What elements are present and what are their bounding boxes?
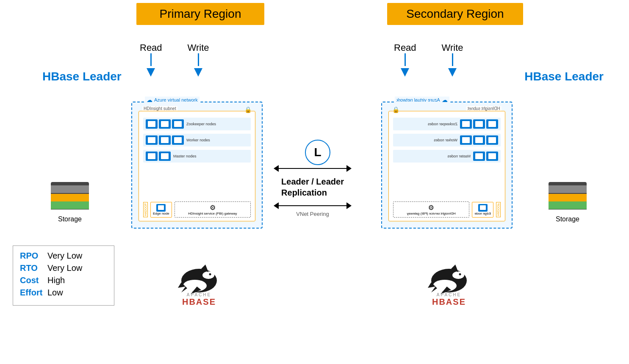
azure-vnet-right: ☁ Azure virtual network HDInsight subnet… bbox=[381, 102, 513, 229]
rto-row: RTO Very Low bbox=[20, 263, 107, 273]
gateway-label: HDInsight service (PBI) gateway bbox=[188, 212, 237, 215]
storage-body-left bbox=[51, 182, 89, 210]
gear-icon-left: ⚙ bbox=[210, 204, 216, 212]
node-box bbox=[486, 135, 498, 145]
master-row: Master nodes bbox=[143, 150, 251, 163]
metrics-box: RPO Very Low RTO Very Low Cost High Effo… bbox=[13, 245, 114, 306]
rpo-key: RPO bbox=[20, 251, 47, 261]
gear-icon-right: ⚙ bbox=[428, 204, 434, 212]
hdinsight-bottom-right: HADOOP Edge node ⚙ HDInsight service (PB… bbox=[393, 201, 501, 218]
replication-section: Leader / LeaderReplication VNet Peering bbox=[262, 165, 363, 217]
zookeeper-boxes-right bbox=[460, 119, 498, 129]
master-row-right: Master nodes bbox=[393, 150, 501, 163]
stripe-gray-left bbox=[51, 185, 89, 193]
hbase-svg-right: APACHE HBASE bbox=[419, 262, 479, 309]
worker-label-right: Worker nodes bbox=[434, 138, 457, 142]
worker-boxes-right bbox=[460, 135, 498, 145]
stripe-green-left bbox=[51, 201, 89, 209]
hbase-logo-left: APACHE HBASE bbox=[169, 262, 229, 309]
storage-visual-left bbox=[51, 182, 89, 214]
secondary-region-label: Secondary Region bbox=[387, 3, 523, 25]
worker-row: Worker nodes bbox=[143, 134, 251, 146]
hdinsight-box-right: HDInsight subnet 🔒 Zookeeper nodes bbox=[388, 111, 505, 221]
edge-node-label: Edge node bbox=[153, 212, 169, 215]
hbase-svg-left: APACHE HBASE bbox=[169, 262, 229, 309]
cost-val: High bbox=[47, 276, 65, 285]
node-box bbox=[473, 135, 485, 145]
hbase-logo-right: APACHE HBASE bbox=[419, 262, 479, 309]
arrow-left-top bbox=[274, 165, 279, 172]
zookeeper-label: Zookeeper nodes bbox=[186, 122, 216, 126]
read-label-right: Read bbox=[394, 42, 416, 77]
rep-line-bottom bbox=[279, 205, 346, 206]
hadoop-label-right: HADOOP bbox=[496, 202, 501, 217]
zookeeper-boxes bbox=[146, 119, 184, 129]
node-box bbox=[172, 119, 184, 129]
write-label-right: Write bbox=[442, 42, 463, 77]
stripe-gray-right bbox=[549, 185, 587, 193]
node-box bbox=[159, 119, 171, 129]
edge-node-box-right bbox=[478, 204, 488, 212]
svg-text:HBASE: HBASE bbox=[432, 297, 466, 306]
storage-label-left: Storage bbox=[51, 215, 89, 223]
rep-arrow-bottom bbox=[274, 202, 352, 209]
gateway-right: ⚙ HDInsight service (PBI) gateway bbox=[393, 201, 469, 218]
arrow-right-top bbox=[346, 165, 352, 172]
vnet-label-left: ☁ Azure virtual network bbox=[145, 97, 200, 103]
node-box bbox=[159, 152, 171, 161]
storage-visual-right bbox=[549, 182, 587, 214]
rpo-val: Very Low bbox=[47, 251, 82, 261]
cloud-icon-right: ☁ bbox=[442, 97, 448, 103]
node-box bbox=[146, 152, 158, 161]
rpo-row: RPO Very Low bbox=[20, 251, 107, 261]
edge-node-left: Edge node bbox=[150, 202, 172, 218]
svg-text:APACHE: APACHE bbox=[437, 292, 461, 297]
hbase-leader-right: HBase Leader bbox=[524, 70, 604, 83]
node-box bbox=[473, 119, 485, 129]
node-box bbox=[486, 119, 498, 129]
storage-label-right: Storage bbox=[549, 215, 587, 223]
zookeeper-label-right: Zookeeper nodes bbox=[428, 122, 457, 126]
read-label-left: Read bbox=[140, 42, 162, 77]
stripe-yellow-left bbox=[51, 194, 89, 201]
vnet-label-right: ☁ Azure virtual network bbox=[395, 97, 449, 103]
rep-line-top bbox=[279, 168, 346, 169]
storage-icon-right: Storage bbox=[549, 182, 587, 223]
node-box bbox=[146, 119, 158, 129]
lock-icon-left: 🔒 bbox=[244, 106, 252, 113]
svg-point-10 bbox=[452, 271, 464, 279]
rep-arrow-top bbox=[274, 165, 352, 172]
worker-label: Worker nodes bbox=[186, 138, 210, 142]
master-label: Master nodes bbox=[173, 154, 197, 158]
master-boxes bbox=[146, 152, 171, 161]
primary-region-label: Primary Region bbox=[136, 3, 264, 25]
hbase-leader-left: HBase Leader bbox=[42, 70, 122, 83]
edge-node-box bbox=[156, 204, 166, 212]
cost-row: Cost High bbox=[20, 276, 107, 285]
rto-val: Very Low bbox=[47, 263, 82, 273]
node-box bbox=[460, 119, 472, 129]
node-box bbox=[486, 152, 498, 161]
cloud-icon-left: ☁ bbox=[147, 97, 152, 103]
node-box bbox=[172, 135, 184, 145]
svg-point-1 bbox=[202, 271, 214, 279]
master-label-right: Master nodes bbox=[447, 154, 471, 158]
hdinsight-label-left: HDInsight subnet bbox=[142, 106, 177, 111]
read-write-right: Read Write bbox=[394, 42, 463, 77]
l-circle: L bbox=[305, 140, 330, 165]
node-box bbox=[460, 135, 472, 145]
azure-vnet-left: ☁ Azure virtual network HDInsight subnet… bbox=[131, 102, 263, 229]
hdinsight-bottom-left: HADOOP Edge node ⚙ HDInsight service (PB… bbox=[143, 201, 251, 218]
stripe-green-right bbox=[549, 201, 587, 209]
svg-text:APACHE: APACHE bbox=[187, 292, 211, 297]
svg-text:HBASE: HBASE bbox=[182, 297, 216, 306]
write-label-left: Write bbox=[188, 42, 209, 77]
edge-node-right: Edge node bbox=[472, 202, 493, 218]
read-write-left: Read Write bbox=[140, 42, 209, 77]
hdinsight-label-right: HDInsight subnet bbox=[466, 106, 502, 111]
cost-key: Cost bbox=[20, 276, 47, 285]
replication-label: Leader / LeaderReplication bbox=[281, 176, 344, 198]
storage-icon-left: Storage bbox=[51, 182, 89, 223]
edge-node-label-right: Edge node bbox=[474, 212, 491, 215]
node-rows-left: Zookeeper nodes Worker nodes bbox=[143, 118, 251, 166]
